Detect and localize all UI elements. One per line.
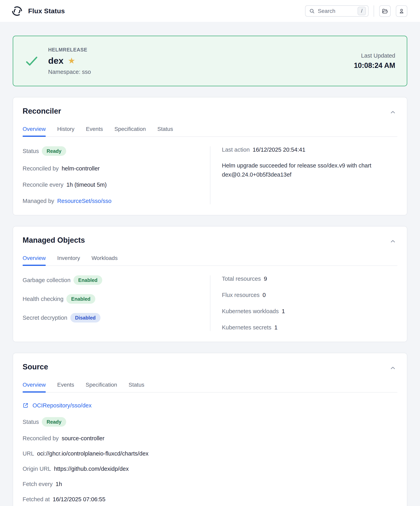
- status-badge: Ready: [42, 146, 66, 156]
- kubernetes-workloads-label: Kubernetes workloads: [222, 308, 279, 315]
- user-icon: [398, 8, 405, 14]
- last-action-label: Last action: [222, 146, 250, 153]
- managed-objects-tabs: Overview Inventory Workloads: [23, 255, 397, 266]
- app-header: Flux Status /: [0, 0, 420, 22]
- reconciler-tab-events[interactable]: Events: [86, 126, 103, 136]
- reconciler-tab-overview[interactable]: Overview: [23, 126, 46, 136]
- search-input[interactable]: [318, 8, 355, 14]
- source-tab-overview[interactable]: Overview: [23, 382, 46, 392]
- source-origin-url-label: Origin URL: [23, 466, 51, 472]
- flux-resources-value: 0: [263, 292, 266, 299]
- source-url-value: oci://ghcr.io/controlplaneio-fluxcd/char…: [37, 450, 149, 457]
- garbage-collection-row: Garbage collection Enabled: [23, 275, 210, 285]
- reconcile-interval-row: Reconcile every 1h (timeout 5m): [23, 181, 210, 188]
- favorite-star-icon[interactable]: ★: [68, 57, 75, 65]
- secret-decryption-badge: Disabled: [70, 313, 101, 322]
- last-action-value: 16/12/2025 20:54:41: [253, 146, 305, 153]
- last-action-message: Helm upgrade succeeded for release sso/d…: [222, 161, 395, 179]
- search-shortcut-key: /: [358, 7, 366, 15]
- source-fetch-every-row: Fetch every 1h: [23, 481, 397, 488]
- last-updated-time: 10:08:24 AM: [354, 61, 395, 70]
- source-origin-url-row: Origin URL https://github.com/dexidp/dex: [23, 466, 397, 472]
- source-repository-link[interactable]: OCIRepository/sso/dex: [33, 402, 92, 409]
- garbage-collection-badge: Enabled: [74, 275, 102, 285]
- kubernetes-secrets-label: Kubernetes secrets: [222, 324, 271, 331]
- reconcile-interval-value: 1h (timeout 5m): [66, 181, 107, 188]
- source-reconciled-by-label: Reconciled by: [23, 435, 59, 442]
- reconciler-tab-status[interactable]: Status: [157, 126, 173, 136]
- managed-objects-tab-workloads[interactable]: Workloads: [92, 255, 118, 266]
- managed-by-label: Managed by: [23, 198, 54, 205]
- managed-objects-tab-overview[interactable]: Overview: [23, 255, 46, 266]
- last-updated-label: Last Updated: [354, 53, 395, 59]
- source-tab-status[interactable]: Status: [129, 382, 144, 392]
- managed-objects-collapse-button[interactable]: [388, 237, 397, 246]
- source-tab-events[interactable]: Events: [57, 382, 74, 392]
- managed-objects-tab-inventory[interactable]: Inventory: [57, 255, 80, 266]
- kubernetes-workloads-row: Kubernetes workloads 1: [222, 308, 395, 315]
- header-divider: [374, 5, 374, 17]
- reconciler-collapse-button[interactable]: [388, 108, 397, 117]
- ready-check-icon: [25, 54, 39, 68]
- managed-objects-card-title: Managed Objects: [23, 236, 85, 245]
- flux-logo-icon: [11, 5, 23, 17]
- search-icon: [309, 8, 315, 14]
- source-tab-specification[interactable]: Specification: [86, 382, 117, 392]
- health-checking-row: Health checking Enabled: [23, 294, 210, 304]
- resource-status-banner: HELMRELEASE dex ★ Namespace: sso Last Up…: [13, 36, 407, 86]
- source-origin-url-value: https://github.com/dexidp/dex: [54, 466, 129, 472]
- search-box[interactable]: /: [305, 5, 368, 17]
- source-card: Source Overview Events Specification Sta…: [13, 353, 407, 506]
- managed-by-row: Managed by ResourceSet/sso/sso: [23, 198, 210, 205]
- source-status-row: Status Ready: [23, 417, 397, 427]
- total-resources-row: Total resources 9: [222, 275, 395, 282]
- chevron-up-icon: [389, 109, 396, 116]
- app-title: Flux Status: [28, 7, 65, 15]
- source-fetched-at-row: Fetched at 16/12/2025 07:06:55: [23, 496, 397, 503]
- status-label: Status: [23, 148, 39, 155]
- source-fetched-at-label: Fetched at: [23, 496, 50, 503]
- source-status-badge: Ready: [42, 417, 66, 427]
- reconciler-card-title: Reconciler: [23, 107, 61, 115]
- reconciler-status-row: Status Ready: [23, 146, 210, 156]
- source-reconciled-by-row: Reconciled by source-controller: [23, 435, 397, 442]
- managed-by-link[interactable]: ResourceSet/sso/sso: [57, 198, 112, 205]
- flux-resources-label: Flux resources: [222, 292, 259, 299]
- total-resources-value: 9: [264, 275, 267, 282]
- source-url-row: URL oci://ghcr.io/controlplaneio-fluxcd/…: [23, 450, 397, 457]
- chevron-up-icon: [389, 238, 396, 245]
- reconciler-tab-specification[interactable]: Specification: [114, 126, 146, 136]
- folder-icon: [382, 8, 388, 14]
- account-button[interactable]: [396, 5, 407, 17]
- flux-resources-row: Flux resources 0: [222, 292, 395, 299]
- resource-namespace: Namespace: sso: [48, 69, 91, 75]
- reconciler-tab-history[interactable]: History: [57, 126, 75, 136]
- total-resources-label: Total resources: [222, 275, 261, 282]
- source-tabs: Overview Events Specification Status: [23, 382, 397, 393]
- source-collapse-button[interactable]: [388, 363, 397, 373]
- kubernetes-secrets-value: 1: [274, 324, 278, 331]
- secret-decryption-label: Secret decryption: [23, 314, 67, 321]
- external-link-icon: [23, 402, 28, 408]
- resource-kind-label: HELMRELEASE: [48, 47, 91, 53]
- projects-button[interactable]: [379, 5, 391, 17]
- reconciled-by-row: Reconciled by helm-controller: [23, 165, 210, 172]
- reconcile-interval-label: Reconcile every: [23, 181, 63, 188]
- last-action-row: Last action 16/12/2025 20:54:41: [222, 146, 395, 153]
- kubernetes-workloads-value: 1: [282, 308, 285, 315]
- source-card-title: Source: [23, 363, 48, 371]
- chevron-up-icon: [389, 365, 396, 371]
- source-reconciled-by-value: source-controller: [62, 435, 104, 442]
- reconciled-by-label: Reconciled by: [23, 165, 59, 172]
- source-status-label: Status: [23, 419, 39, 426]
- source-fetched-at-value: 16/12/2025 07:06:55: [53, 496, 105, 503]
- garbage-collection-label: Garbage collection: [23, 277, 71, 284]
- reconciler-tabs: Overview History Events Specification St…: [23, 126, 397, 137]
- managed-objects-card: Managed Objects Overview Inventory Workl…: [13, 226, 407, 342]
- source-url-label: URL: [23, 450, 34, 457]
- source-fetch-every-label: Fetch every: [23, 481, 53, 488]
- source-fetch-every-value: 1h: [56, 481, 62, 488]
- health-checking-badge: Enabled: [66, 294, 95, 304]
- resource-name: dex: [48, 56, 64, 66]
- secret-decryption-row: Secret decryption Disabled: [23, 313, 210, 322]
